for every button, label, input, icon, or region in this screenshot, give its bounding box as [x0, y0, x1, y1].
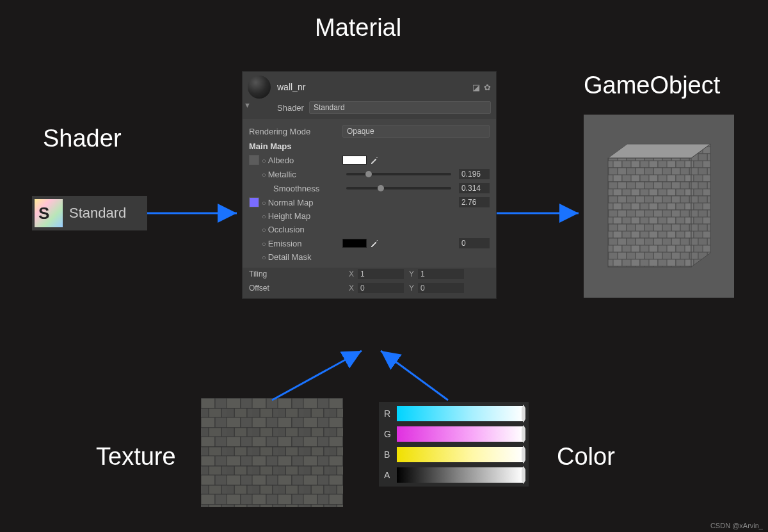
shader-node[interactable]: S Standard — [32, 196, 147, 230]
metallic-value[interactable]: 0.196 — [459, 169, 490, 179]
shader-field-label: Shader — [277, 103, 304, 113]
channel-row-b: B — [384, 447, 524, 462]
expand-icon[interactable]: ▼ — [244, 101, 251, 109]
svg-line-18 — [272, 351, 362, 400]
emission-color-field[interactable] — [342, 239, 367, 248]
material-name: wall_nr — [277, 82, 305, 92]
eyedropper-icon[interactable] — [371, 156, 378, 164]
watermark: CSDN @xArvin_ — [710, 522, 763, 529]
emission-value[interactable]: 0 — [459, 238, 490, 248]
gameobject-preview — [584, 115, 734, 298]
arrow-material-to-gameobject — [497, 204, 585, 223]
gear-icon[interactable]: ✿ — [484, 83, 491, 92]
channel-row-r: R — [384, 406, 524, 421]
albedo-texture-slot[interactable] — [249, 155, 259, 165]
y-label: Y — [409, 270, 418, 278]
arrow-shader-to-material — [147, 204, 243, 223]
height-map-label: Height Map — [262, 211, 310, 221]
occlusion-label: Occlusion — [262, 225, 305, 234]
material-header: wall_nr ◪ ✿ — [243, 72, 496, 100]
normal-map-label: Normal Map — [262, 198, 313, 207]
svg-line-19 — [381, 351, 448, 400]
main-maps-header: Main Maps — [249, 140, 490, 153]
offset-y-field[interactable]: 0 — [418, 283, 464, 293]
normal-texture-slot[interactable] — [249, 197, 259, 207]
arrow-color-to-material — [371, 346, 454, 403]
eyedropper-icon[interactable] — [371, 239, 378, 247]
channel-label: B — [384, 449, 393, 460]
smoothness-value[interactable]: 0.314 — [459, 183, 490, 193]
channel-row-g: G — [384, 426, 524, 442]
y-label: Y — [409, 284, 418, 293]
channel-row-a: A — [384, 467, 524, 483]
emission-label: Emission — [262, 239, 301, 248]
channel-label: G — [384, 429, 393, 439]
material-preview-sphere-icon — [248, 76, 271, 99]
albedo-label: Albedo — [262, 156, 294, 165]
svg-marker-8 — [691, 144, 710, 267]
rendering-mode-dropdown[interactable]: Opaque — [342, 125, 490, 138]
metallic-slider[interactable] — [346, 173, 451, 175]
tiling-x-field[interactable]: 1 — [358, 269, 404, 279]
shader-file-icon: S — [35, 199, 63, 227]
help-icon[interactable]: ◪ — [472, 83, 480, 92]
detail-mask-label: Detail Mask — [262, 252, 312, 262]
shader-dropdown[interactable]: Standard — [309, 101, 491, 114]
rendering-mode-label: Rendering Mode — [249, 127, 339, 136]
svg-rect-15 — [201, 398, 343, 507]
texture-preview — [201, 398, 343, 507]
channel-slider-b[interactable] — [397, 447, 524, 462]
channel-label: A — [384, 470, 393, 480]
channel-slider-r[interactable] — [397, 406, 524, 421]
x-label: X — [349, 270, 358, 278]
offset-label: Offset — [249, 284, 349, 293]
smoothness-slider[interactable] — [346, 187, 451, 189]
arrow-texture-to-material — [269, 346, 371, 403]
tiling-label: Tiling — [249, 270, 349, 278]
x-label: X — [349, 284, 358, 293]
metallic-label: Metallic — [262, 170, 296, 179]
texture-title: Texture — [96, 443, 176, 471]
channel-label: R — [384, 408, 393, 419]
normal-map-value[interactable]: 2.76 — [459, 197, 490, 207]
cube-icon — [595, 133, 723, 280]
svg-rect-7 — [608, 158, 691, 267]
channel-slider-a[interactable] — [397, 467, 524, 483]
shader-title: Shader — [43, 125, 122, 152]
tiling-y-field[interactable]: 1 — [418, 269, 464, 279]
material-inspector-panel: ▼ wall_nr ◪ ✿ Shader Standard Rendering … — [242, 71, 497, 299]
material-title: Material — [315, 14, 401, 42]
color-picker-panel: R G B A — [379, 402, 529, 487]
gameobject-title: GameObject — [584, 72, 720, 99]
color-title: Color — [557, 443, 615, 471]
shader-name: Standard — [69, 205, 126, 222]
offset-x-field[interactable]: 0 — [358, 283, 404, 293]
smoothness-label: Smoothness — [273, 184, 319, 193]
albedo-color-field[interactable] — [342, 156, 367, 165]
channel-slider-g[interactable] — [397, 426, 524, 442]
